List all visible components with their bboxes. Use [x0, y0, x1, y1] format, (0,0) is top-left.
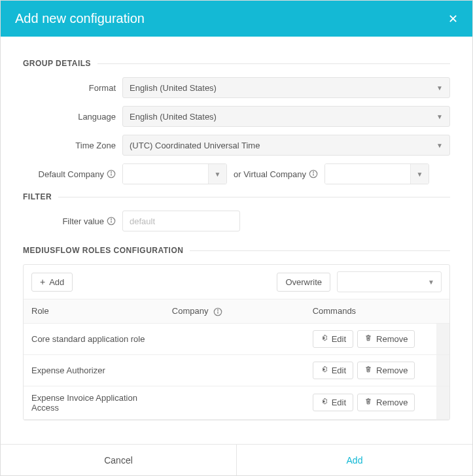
language-value: English (United States): [130, 112, 217, 122]
trash-icon: [364, 334, 372, 344]
add-button[interactable]: Add: [236, 445, 472, 475]
row-filter: Filter value: [23, 211, 450, 231]
cell-commands: EditRemove: [305, 354, 437, 386]
add-role-button[interactable]: + Add: [31, 273, 73, 292]
row-language: Language English (United States) ▼: [23, 106, 450, 127]
scrollbar-track[interactable]: [436, 323, 449, 354]
cell-commands: EditRemove: [305, 323, 437, 354]
label-format: Format: [23, 83, 122, 93]
filter-input[interactable]: [122, 211, 240, 231]
remove-label: Remove: [376, 366, 408, 375]
section-roles: MEDIUSFLOW ROLES CONFIGURATION: [23, 246, 450, 255]
cell-role: Expense Invoice Application Access: [24, 386, 164, 419]
remove-label: Remove: [376, 334, 408, 344]
label-virtual-company: or Virtual Company: [234, 169, 306, 179]
edit-button[interactable]: Edit: [313, 394, 353, 411]
dialog-title: Add new configuration: [15, 11, 145, 26]
dialog-content: GROUP DETAILS Format English (United Sta…: [1, 37, 472, 420]
language-select[interactable]: English (United States) ▼: [122, 106, 450, 127]
remove-button[interactable]: Remove: [357, 394, 415, 411]
col-commands: Commands: [305, 299, 437, 323]
trash-icon: [364, 398, 372, 407]
col-company: Company: [164, 299, 305, 323]
cell-role: Expense Authorizer: [24, 354, 164, 386]
overwrite-button[interactable]: Overwrite: [277, 273, 330, 292]
row-timezone: Time Zone (UTC) Coordinated Universal Ti…: [23, 135, 450, 156]
scrollbar-track[interactable]: [436, 386, 449, 419]
edit-label: Edit: [332, 398, 346, 407]
default-company-select[interactable]: ▼: [122, 163, 227, 184]
chevron-down-icon: ▼: [436, 113, 443, 120]
info-icon[interactable]: [213, 307, 222, 316]
virtual-company-select[interactable]: ▼: [324, 163, 429, 184]
svg-point-2: [111, 172, 112, 173]
row-format: Format English (United States) ▼: [23, 77, 450, 98]
chevron-down-icon: ▼: [428, 279, 434, 286]
section-filter: FILTER: [23, 192, 450, 201]
chevron-down-icon: ▼: [208, 164, 226, 184]
edit-button[interactable]: Edit: [313, 362, 353, 379]
cell-role: Core standard application role: [24, 323, 164, 354]
info-icon[interactable]: [107, 169, 116, 178]
edit-label: Edit: [332, 334, 346, 344]
cell-company: [164, 323, 305, 354]
gear-icon: [320, 334, 328, 344]
remove-button[interactable]: Remove: [357, 330, 415, 348]
scrollbar-track[interactable]: [436, 299, 449, 323]
table-row: Expense Invoice Application AccessEditRe…: [24, 386, 449, 419]
roles-box: + Add Overwrite ▼ Role: [23, 264, 450, 420]
timezone-value: (UTC) Coordinated Universal Time: [130, 141, 260, 150]
table-row: Core standard application roleEditRemove: [24, 323, 449, 354]
table-row: Expense AuthorizerEditRemove: [24, 354, 449, 386]
overwrite-select[interactable]: ▼: [337, 271, 442, 292]
chevron-down-icon: ▼: [410, 164, 429, 184]
timezone-select[interactable]: (UTC) Coordinated Universal Time ▼: [122, 135, 450, 156]
dialog-header: Add new configuration ✕: [1, 1, 472, 37]
edit-label: Edit: [332, 366, 346, 375]
edit-button[interactable]: Edit: [313, 330, 353, 348]
info-icon[interactable]: [309, 169, 318, 178]
virtual-company-value: [325, 164, 410, 184]
label-timezone: Time Zone: [23, 141, 122, 150]
format-value: English (United States): [130, 83, 217, 93]
label-default-company: Default Company: [39, 169, 104, 179]
svg-point-5: [313, 172, 314, 173]
roles-table: Role Company Commands Core standard appl…: [24, 299, 449, 420]
trash-icon: [364, 366, 372, 375]
svg-point-11: [218, 309, 219, 310]
default-company-value: [123, 164, 208, 184]
add-role-label: Add: [49, 277, 64, 287]
label-language: Language: [23, 112, 122, 122]
dialog-footer: Cancel Add: [1, 444, 472, 475]
roles-toolbar: + Add Overwrite ▼: [24, 265, 449, 299]
gear-icon: [320, 398, 328, 407]
info-icon[interactable]: [107, 216, 116, 226]
section-group-details: GROUP DETAILS: [23, 59, 450, 68]
col-role: Role: [24, 299, 164, 323]
remove-button[interactable]: Remove: [357, 362, 415, 379]
label-filter-value: Filter value: [62, 216, 104, 226]
format-select[interactable]: English (United States) ▼: [122, 77, 450, 98]
row-company: Default Company ▼ or Virtual Company ▼: [23, 163, 450, 184]
chevron-down-icon: ▼: [436, 142, 443, 149]
scrollbar-track[interactable]: [436, 354, 449, 386]
cell-company: [164, 354, 305, 386]
overwrite-label: Overwrite: [285, 277, 322, 287]
close-icon[interactable]: ✕: [448, 12, 458, 26]
cell-commands: EditRemove: [305, 386, 437, 419]
chevron-down-icon: ▼: [436, 84, 443, 92]
plus-icon: +: [40, 277, 45, 286]
cancel-button[interactable]: Cancel: [1, 445, 236, 475]
remove-label: Remove: [376, 398, 408, 407]
cell-company: [164, 386, 305, 419]
svg-point-8: [111, 219, 112, 220]
gear-icon: [320, 366, 328, 375]
